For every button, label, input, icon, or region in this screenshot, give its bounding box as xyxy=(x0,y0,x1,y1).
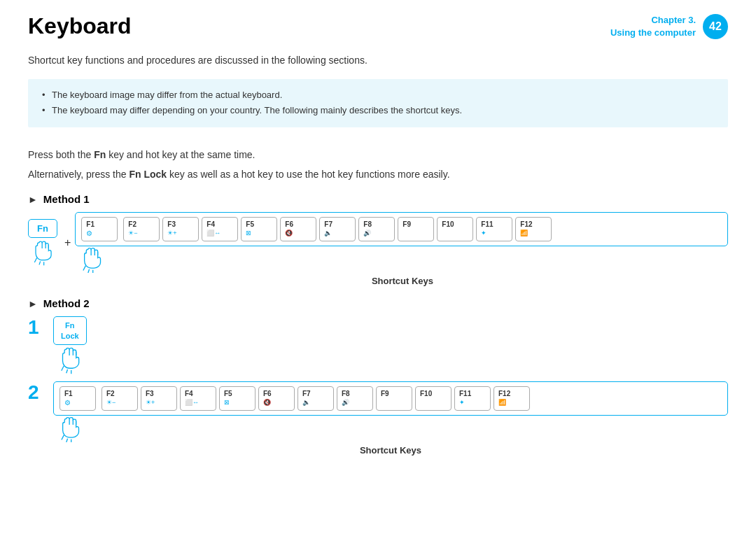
step2-row: 2 F1 ⚙ F2 ☀− F3 ☀+ F4 xyxy=(28,381,728,464)
fn-key-text: Fn xyxy=(94,149,106,160)
step2-number: 2 xyxy=(28,381,45,402)
fkey-m2-f6: F6 🔇 xyxy=(258,386,295,411)
fkeys-wrapper-m1: F1 ⚙ F2 ☀− F3 ☀+ F4 ⬜↔ F5 xyxy=(75,212,728,246)
fkey-m2-f4: F4 ⬜↔ xyxy=(180,386,216,411)
step2-content: F1 ⚙ F2 ☀− F3 ☀+ F4 ⬜↔ F5 xyxy=(53,381,728,464)
fkey-m2-f3: F3 ☀+ xyxy=(141,386,177,411)
method1-label: Method 1 xyxy=(43,193,90,205)
fkey-f11: F11 ✦ xyxy=(476,217,512,241)
fkey-m2-f12: F12 📶 xyxy=(493,386,530,411)
fkey-f8: F8 🔊 xyxy=(358,217,395,241)
fn-hand-group: Fn xyxy=(28,219,57,266)
f1-hand-group: F1 ⚙ xyxy=(81,217,118,241)
fnlock-key-box: FnLock xyxy=(53,316,87,345)
f1-hand-icon xyxy=(78,246,106,273)
f1-m2-hand-below xyxy=(53,416,728,442)
fkey-m2-f8: F8 🔊 xyxy=(337,386,373,411)
page-number: 42 xyxy=(703,14,728,39)
info-list: The keyboard image may differ from the a… xyxy=(42,87,714,118)
fkey-f7: F7 🔈 xyxy=(319,217,356,241)
method2-heading: ► Method 2 xyxy=(28,297,728,309)
shortcut-keys-label-m2: Shortcut Keys xyxy=(53,445,728,456)
step1-row: 1 FnLock xyxy=(28,316,728,374)
fnlock-hand-icon xyxy=(57,345,83,374)
fkey-m2-f7: F7 🔈 xyxy=(298,386,334,411)
step1-number: 1 xyxy=(28,316,45,337)
chapter-text: Chapter 3. Using the computer xyxy=(610,14,696,39)
fkey-m2-f2: F2 ☀− xyxy=(102,386,138,411)
fnlock-key-hand: FnLock xyxy=(53,316,87,374)
method1-arrow-icon: ► xyxy=(28,194,38,205)
fkey-m2-f10: F10 xyxy=(415,386,451,411)
fkey-f3: F3 ☀+ xyxy=(162,217,199,241)
chapter-info: Chapter 3. Using the computer 42 xyxy=(610,14,728,39)
f1-m2-hand-group: F1 ⚙ xyxy=(59,386,96,411)
page-title: Keyboard xyxy=(28,14,132,38)
step1-content: FnLock xyxy=(53,316,87,374)
method2-label: Method 2 xyxy=(43,297,90,309)
description-line1: Press both the Fn key and hot key at the… xyxy=(28,147,728,162)
fkey-m2-f11: F11 ✦ xyxy=(454,386,491,411)
fkey-f12: F12 📶 xyxy=(515,217,552,241)
fkey-f4: F4 ⬜↔ xyxy=(202,217,238,241)
fkey-m2-f9: F9 xyxy=(376,386,412,411)
info-item-2: The keyboard may differ depending on you… xyxy=(42,103,714,118)
fkey-f1: F1 ⚙ xyxy=(81,217,118,241)
intro-text: Shortcut key functions and procedures ar… xyxy=(28,53,728,68)
plus-sign: + xyxy=(64,237,71,249)
fkey-f10: F10 xyxy=(437,217,473,241)
method1-heading: ► Method 1 xyxy=(28,193,728,205)
info-item-1: The keyboard image may differ from the a… xyxy=(42,87,714,103)
fkey-f5: F5 ⊠ xyxy=(241,217,277,241)
fkey-m2-f5: F5 ⊠ xyxy=(219,386,255,411)
info-box: The keyboard image may differ from the a… xyxy=(28,79,728,127)
fkeys-wrapper-m2: F1 ⚙ F2 ☀− F3 ☀+ F4 ⬜↔ F5 xyxy=(53,381,728,416)
f1-m2-hand-icon xyxy=(56,416,84,442)
fkey-f2: F2 ☀− xyxy=(123,217,160,241)
fnlock-key-text: Fn Lock xyxy=(129,169,167,180)
fn-hand-icon xyxy=(30,238,55,266)
description-line2: Alternatively, press the Fn Lock key as … xyxy=(28,167,728,182)
fn-key: Fn xyxy=(28,219,57,238)
header: Keyboard Chapter 3. Using the computer 4… xyxy=(28,14,728,39)
fkey-m2-f1: F1 ⚙ xyxy=(59,386,96,411)
fkey-f6: F6 🔇 xyxy=(280,217,316,241)
fkeys-section: F1 ⚙ F2 ☀− F3 ☀+ F4 ⬜↔ F5 xyxy=(75,212,728,273)
fkey-f9: F9 xyxy=(398,217,434,241)
method2-arrow-icon: ► xyxy=(28,298,38,309)
method1-keyboard-row: Fn + F1 ⚙ xyxy=(28,212,728,273)
f1-hand-below xyxy=(75,246,728,273)
page-container: Keyboard Chapter 3. Using the computer 4… xyxy=(0,0,756,536)
shortcut-keys-label-m1: Shortcut Keys xyxy=(77,276,728,286)
